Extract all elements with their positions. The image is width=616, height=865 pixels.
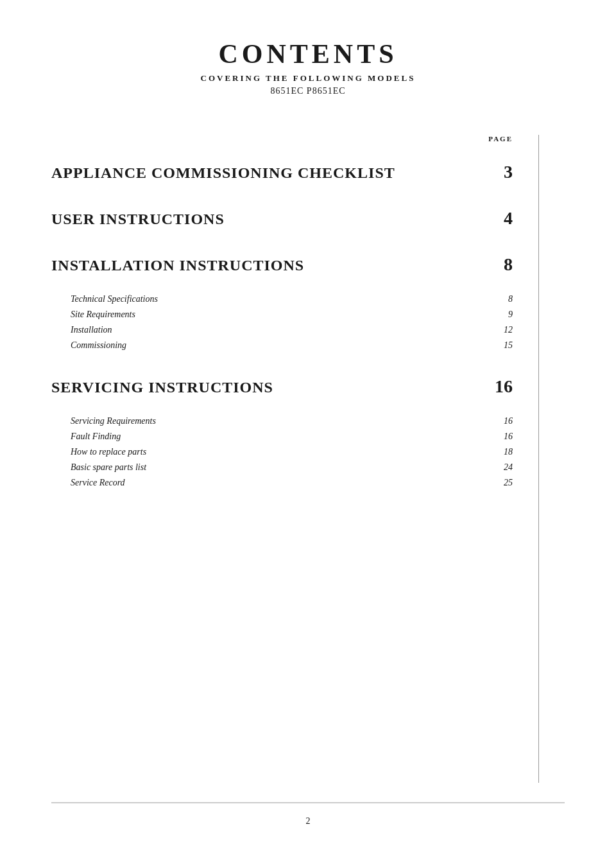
toc-sub-commissioning: Commissioning 15 xyxy=(71,340,513,351)
toc-title-install: Installation xyxy=(71,325,481,335)
toc-page-commissioning: 15 xyxy=(481,340,513,351)
toc-sub-technical: Technical Specifications 8 xyxy=(71,294,513,304)
toc-sub-service-record: Service Record 25 xyxy=(71,478,513,488)
toc-sub-servicing-req: Servicing Requirements 16 xyxy=(71,416,513,426)
section-installation: INSTALLATION INSTRUCTIONS 8 Technical Sp… xyxy=(51,254,513,351)
content-area: PAGE APPLIANCE COMMISSIONING CHECKLIST 3… xyxy=(51,135,565,783)
main-title: CONTENTS xyxy=(51,39,565,69)
toc-page-service-record: 25 xyxy=(481,478,513,488)
toc-title-servicing-req: Servicing Requirements xyxy=(71,416,481,426)
subtitle: COVERING THE FOLLOWING MODELS xyxy=(51,73,565,83)
models: 8651EC P8651EC xyxy=(51,86,565,96)
footer-divider xyxy=(51,802,565,803)
toc-title-user: USER INSTRUCTIONS xyxy=(51,211,481,228)
toc-page-technical: 8 xyxy=(481,294,513,304)
toc-page-spare: 24 xyxy=(481,462,513,473)
toc-page-user: 4 xyxy=(481,208,513,229)
toc-page-servicing: 16 xyxy=(481,376,513,397)
toc-sub-site: Site Requirements 9 xyxy=(71,310,513,320)
servicing-subsections: Servicing Requirements 16 Fault Finding … xyxy=(51,416,513,488)
toc-page-fault: 16 xyxy=(481,432,513,442)
toc-title-replace: How to replace parts xyxy=(71,447,481,457)
installation-subsections: Technical Specifications 8 Site Requirem… xyxy=(51,294,513,351)
toc-title-servicing: SERVICING INSTRUCTIONS xyxy=(51,379,481,396)
page: CONTENTS COVERING THE FOLLOWING MODELS 8… xyxy=(0,0,616,865)
toc-page-servicing-req: 16 xyxy=(481,416,513,426)
section-appliance-commissioning: APPLIANCE COMMISSIONING CHECKLIST 3 xyxy=(51,162,513,182)
toc-page-appliance: 3 xyxy=(481,162,513,182)
toc-main-entry-appliance: APPLIANCE COMMISSIONING CHECKLIST 3 xyxy=(51,162,513,182)
toc-title-fault: Fault Finding xyxy=(71,432,481,442)
section-servicing: SERVICING INSTRUCTIONS 16 Servicing Requ… xyxy=(51,376,513,488)
toc-title-installation: INSTALLATION INSTRUCTIONS xyxy=(51,257,481,274)
toc-sub-replace: How to replace parts 18 xyxy=(71,447,513,457)
toc-page-installation: 8 xyxy=(481,254,513,275)
toc-title-service-record: Service Record xyxy=(71,478,481,488)
vertical-divider xyxy=(538,135,539,783)
toc-main-entry-installation: INSTALLATION INSTRUCTIONS 8 xyxy=(51,254,513,275)
toc-title-commissioning: Commissioning xyxy=(71,340,481,351)
toc-section: PAGE APPLIANCE COMMISSIONING CHECKLIST 3… xyxy=(51,135,538,783)
toc-title-technical: Technical Specifications xyxy=(71,294,481,304)
page-column-header: PAGE xyxy=(488,135,513,143)
toc-title-site: Site Requirements xyxy=(71,310,481,320)
toc-sub-installation: Installation 12 xyxy=(71,325,513,335)
toc-page-install: 12 xyxy=(481,325,513,335)
page-footer: 2 xyxy=(51,783,565,826)
toc-title-spare: Basic spare parts list xyxy=(71,462,481,473)
toc-main-entry-servicing: SERVICING INSTRUCTIONS 16 xyxy=(51,376,513,397)
section-user-instructions: USER INSTRUCTIONS 4 xyxy=(51,208,513,229)
toc-page-site: 9 xyxy=(481,310,513,320)
toc-sub-spare-parts: Basic spare parts list 24 xyxy=(71,462,513,473)
page-header: CONTENTS COVERING THE FOLLOWING MODELS 8… xyxy=(51,39,565,96)
toc-title-appliance: APPLIANCE COMMISSIONING CHECKLIST xyxy=(51,164,481,182)
toc-sub-fault: Fault Finding 16 xyxy=(71,432,513,442)
toc-page-replace: 18 xyxy=(481,447,513,457)
toc-main-entry-user: USER INSTRUCTIONS 4 xyxy=(51,208,513,229)
page-number: 2 xyxy=(306,816,311,826)
